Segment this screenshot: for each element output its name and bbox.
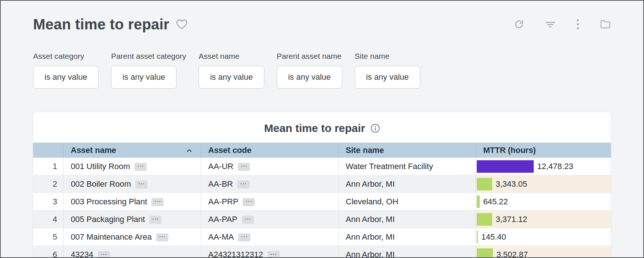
asset-code-text: A24321312312 [208, 250, 263, 258]
site-name-cell: Ann Arbor, MI [338, 246, 476, 258]
row-number: 6 [33, 246, 63, 258]
mttr-cell: 3,343.05 [476, 175, 611, 193]
column-header-mttr[interactable]: MTTR (hours) [476, 143, 611, 158]
mttr-value: 12,478.23 [537, 162, 573, 171]
asset-code-text: AA-PRP [208, 197, 239, 206]
filter-parent-asset-name-value[interactable]: is any value [277, 66, 342, 89]
filter-icon[interactable] [545, 20, 556, 29]
page-header: Mean time to repair [1, 1, 643, 33]
asset-code-text: AA-UR [208, 162, 233, 171]
table-row: 3 003 Processing Plant⋯ AA-PRP⋯ Clevelan… [33, 193, 611, 211]
cell-actions-icon[interactable]: ⋯ [237, 180, 250, 189]
asset-name-cell: 001 Utility Room⋯ [63, 158, 201, 175]
filter-site-name-value[interactable]: is any value [355, 66, 420, 89]
site-name-text: Ann Arbor, MI [346, 215, 395, 224]
asset-name-text: 007 Maintenance Area [71, 232, 152, 241]
refresh-icon[interactable] [514, 19, 524, 29]
site-name-text: Cleveland, OH [346, 197, 398, 206]
asset-code-cell: AA-MA⋯ [201, 228, 338, 246]
asset-code-cell: AA-BR⋯ [201, 175, 338, 193]
cell-actions-icon[interactable]: ⋯ [149, 216, 161, 224]
site-name-text: Ann Arbor, MI [346, 232, 395, 241]
table-row: 2 002 Boiler Room⋯ AA-BR⋯ Ann Arbor, MI … [33, 175, 611, 193]
table-row: 6 43234⋯ A24321312312⋯ Ann Arbor, MI 3,5… [33, 246, 611, 258]
asset-name-cell: 002 Boiler Room⋯ [63, 175, 201, 193]
cell-actions-icon[interactable]: ⋯ [238, 233, 250, 241]
cell-actions-icon[interactable]: ⋯ [238, 163, 250, 171]
filter-parent-asset-category-value[interactable]: is any value [111, 66, 176, 89]
filter-asset-name-value[interactable]: is any value [198, 66, 264, 89]
mttr-value: 145.40 [482, 232, 506, 242]
column-header-asset-code[interactable]: Asset code [201, 143, 338, 158]
mttr-bar [477, 160, 534, 173]
mttr-tile: Mean time to repair [33, 112, 611, 258]
table-header-row: Asset name Asset code Site name MTTR (ho… [33, 143, 611, 158]
site-name-cell: Ann Arbor, MI [338, 211, 476, 228]
mttr-table: Asset name Asset code Site name MTTR (ho… [33, 143, 611, 258]
cell-actions-icon[interactable]: ⋯ [151, 198, 164, 206]
more-vert-icon[interactable] [576, 19, 579, 30]
mttr-cell: 145.40 [476, 228, 611, 246]
favorite-heart-icon[interactable] [176, 19, 187, 30]
mttr-bar [477, 248, 493, 258]
cell-actions-icon[interactable]: ⋯ [156, 233, 168, 241]
asset-name-text: 43234 [71, 250, 93, 258]
row-number: 4 [33, 211, 63, 228]
row-number: 3 [33, 193, 63, 211]
asset-name-text: 003 Processing Plant [71, 197, 147, 206]
row-number: 2 [33, 175, 63, 193]
row-number-header [33, 143, 63, 158]
toolbar [514, 19, 611, 30]
mttr-cell: 3,371.12 [476, 211, 611, 228]
sort-asc-icon [186, 146, 193, 155]
cell-actions-icon[interactable]: ⋯ [135, 180, 147, 189]
row-number: 5 [33, 228, 63, 246]
filter-bar: Asset category is any value Parent asset… [1, 33, 643, 89]
filter-parent-asset-name: Parent asset name is any value [277, 51, 342, 89]
info-icon[interactable] [371, 123, 380, 133]
site-name-cell: Ann Arbor, MI [338, 228, 476, 246]
asset-code-cell: AA-UR⋯ [201, 158, 338, 175]
mttr-cell: 645.22 [476, 193, 611, 211]
filter-label: Asset category [33, 51, 99, 61]
cell-actions-icon[interactable]: ⋯ [98, 251, 110, 258]
column-header-asset-name[interactable]: Asset name [63, 143, 201, 158]
cell-actions-icon[interactable]: ⋯ [242, 216, 254, 224]
mttr-cell: 3,502.87 [476, 246, 611, 258]
filter-label: Site name [355, 51, 420, 61]
table-row: 4 005 Packaging Plant⋯ AA-PAP⋯ Ann Arbor… [33, 211, 611, 228]
table-row: 5 007 Maintenance Area⋯ AA-MA⋯ Ann Arbor… [33, 228, 611, 246]
site-name-text: Ann Arbor, MI [346, 250, 395, 258]
site-name-text: Water Treatment Facility [346, 162, 433, 171]
cell-actions-icon[interactable]: ⋯ [135, 163, 147, 171]
column-header-site-name[interactable]: Site name [338, 143, 476, 158]
page-title: Mean time to repair [33, 15, 169, 33]
asset-code-text: AA-MA [208, 232, 234, 241]
asset-name-text: 002 Boiler Room [71, 179, 131, 189]
asset-code-cell: AA-PAP⋯ [201, 211, 338, 228]
filter-site-name: Site name is any value [355, 51, 420, 89]
asset-name-cell: 005 Packaging Plant⋯ [63, 211, 201, 228]
mttr-value: 3,502.87 [497, 250, 528, 258]
cell-actions-icon[interactable]: ⋯ [243, 198, 255, 206]
folder-icon[interactable] [600, 19, 611, 29]
mttr-bar [477, 178, 492, 190]
filter-label: Asset name [198, 51, 264, 61]
mttr-bar [477, 196, 480, 208]
site-name-text: Ann Arbor, MI [346, 179, 395, 189]
filter-label: Parent asset category [111, 51, 186, 61]
asset-name-text: 001 Utility Room [71, 162, 130, 171]
site-name-cell: Water Treatment Facility [338, 158, 476, 175]
asset-code-cell: AA-PRP⋯ [201, 193, 338, 211]
asset-name-cell: 003 Processing Plant⋯ [63, 193, 201, 211]
table-row: 1 001 Utility Room⋯ AA-UR⋯ Water Treatme… [33, 158, 611, 175]
mttr-cell: 12,478.23 [476, 158, 611, 175]
cell-actions-icon[interactable]: ⋯ [268, 251, 280, 258]
filter-asset-category-value[interactable]: is any value [33, 66, 99, 89]
filter-asset-category: Asset category is any value [33, 51, 99, 89]
site-name-cell: Cleveland, OH [338, 193, 476, 211]
row-number: 1 [33, 158, 63, 175]
mttr-value: 645.22 [483, 197, 508, 207]
asset-code-cell: A24321312312⋯ [201, 246, 338, 258]
asset-name-text: 005 Packaging Plant [71, 215, 145, 224]
